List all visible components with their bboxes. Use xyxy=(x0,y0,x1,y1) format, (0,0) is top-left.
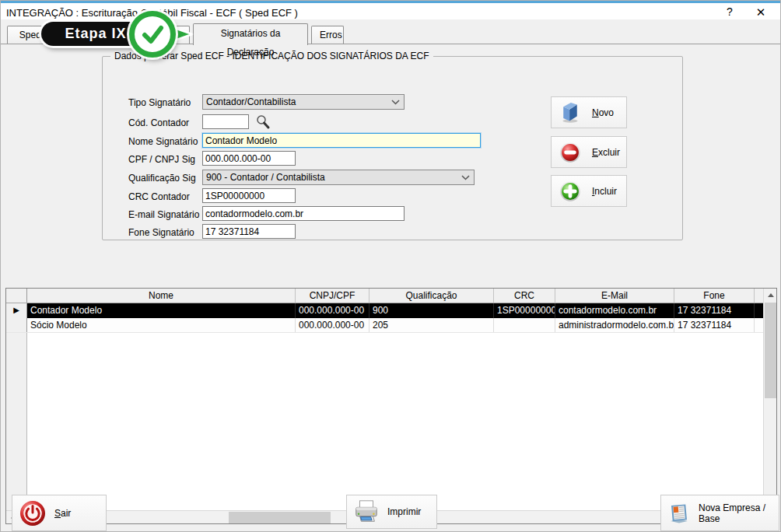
sair-button[interactable]: Sair xyxy=(12,495,107,531)
tipo-signatario-select[interactable]: Contador/Contabilista xyxy=(202,94,405,110)
col-header-crc[interactable]: CRC xyxy=(494,289,555,303)
notebook-icon xyxy=(667,500,691,527)
tab-page: Dados p/ Gerar Sped ECF - IDENTIFICAÇÃO … xyxy=(1,44,780,531)
vertical-scrollbar[interactable] xyxy=(763,289,776,510)
imprimir-button[interactable]: Imprimir xyxy=(346,495,437,529)
row-selector xyxy=(6,318,27,332)
signatarios-grid: Nome CNPJ/CPF Qualificação CRC E-Mail Fo… xyxy=(5,288,777,524)
search-icon[interactable] xyxy=(255,114,271,130)
checkmark-badge xyxy=(129,11,176,58)
imprimir-label: Imprimir xyxy=(387,506,421,517)
col-header-fone[interactable]: Fone xyxy=(674,289,755,303)
excluir-label: Excluir xyxy=(592,147,620,158)
grid-corner xyxy=(6,289,27,303)
novo-button[interactable]: Novo xyxy=(551,96,627,128)
checkmark-icon xyxy=(135,16,170,52)
printer-icon xyxy=(353,499,380,525)
row-selector: ▶ xyxy=(6,303,27,318)
vertical-scroll-thumb[interactable] xyxy=(765,303,776,398)
row-indicator-icon: ▶ xyxy=(13,306,19,314)
chevron-down-icon xyxy=(391,100,400,105)
fone-signatario-input[interactable] xyxy=(202,224,296,239)
sair-label: Sair xyxy=(54,508,71,519)
incluir-button[interactable]: Incluir xyxy=(551,175,627,207)
power-icon xyxy=(19,499,47,527)
title-bar: INTEGRAÇÃO : Escrituração Contábil Fisca… xyxy=(1,1,780,19)
chevron-down-icon xyxy=(461,175,470,180)
cpf-cnpj-input[interactable] xyxy=(202,151,296,166)
tab-erros[interactable]: Erros xyxy=(311,26,344,44)
col-header-qualificacao[interactable]: Qualificação xyxy=(369,289,494,303)
nova-empresa-label: Nova Empresa / Base xyxy=(699,502,779,524)
close-button[interactable]: ✕ xyxy=(751,5,771,20)
plus-circle-icon xyxy=(559,180,581,202)
scroll-up-button[interactable] xyxy=(764,289,777,302)
minus-circle-icon xyxy=(559,142,581,163)
cod-contador-input[interactable] xyxy=(202,114,249,129)
novo-label: Novo xyxy=(592,107,614,118)
table-row[interactable]: Sócio Modelo 000.000.000-00 205 administ… xyxy=(6,318,763,333)
email-signatario-input[interactable] xyxy=(202,206,405,221)
row-gutter xyxy=(6,333,27,510)
col-header-cnpj-cpf[interactable]: CNPJ/CPF xyxy=(296,289,369,303)
excluir-button[interactable]: Excluir xyxy=(551,136,627,168)
app-window: INTEGRAÇÃO : Escrituração Contábil Fisca… xyxy=(0,0,781,532)
qualificacao-select[interactable]: 900 - Contador / Contabilista xyxy=(202,170,475,185)
crc-contador-input[interactable] xyxy=(202,188,296,203)
nome-signatario-input[interactable] xyxy=(202,133,481,148)
col-header-nome[interactable]: Nome xyxy=(27,289,296,303)
nova-empresa-button[interactable]: Nova Empresa / Base xyxy=(660,495,779,531)
header-filler xyxy=(755,289,763,303)
tab-signatarios[interactable]: Signatários da Declaração xyxy=(193,23,308,45)
horizontal-scroll-thumb[interactable] xyxy=(229,512,331,523)
table-row[interactable]: ▶ Contador Modelo 000.000.000-00 900 1SP… xyxy=(6,303,763,318)
folder-icon xyxy=(559,102,581,124)
col-header-email[interactable]: E-Mail xyxy=(555,289,674,303)
incluir-label: Incluir xyxy=(592,186,617,197)
grid-header: Nome CNPJ/CPF Qualificação CRC E-Mail Fo… xyxy=(6,289,763,303)
help-button[interactable]: ? xyxy=(720,5,740,20)
signatarios-groupbox: Dados p/ Gerar Sped ECF - IDENTIFICAÇÃO … xyxy=(102,56,683,240)
